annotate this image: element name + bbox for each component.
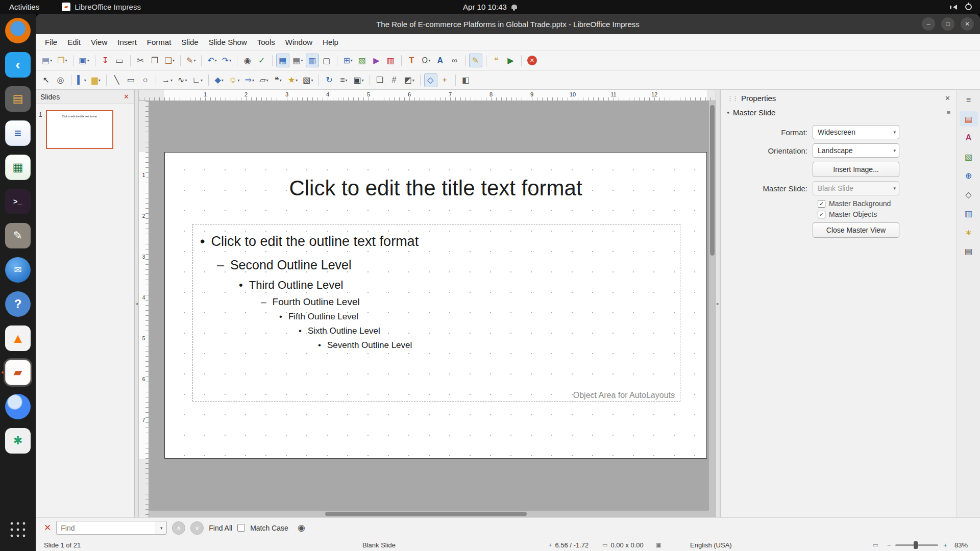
menu-item[interactable]: Window bbox=[280, 36, 317, 48]
menu-item[interactable]: View bbox=[86, 36, 112, 48]
insert-chart-icon[interactable]: ▥ bbox=[384, 54, 398, 67]
line-color-icon[interactable]: ▍ ▾ bbox=[75, 73, 88, 87]
minimize-button[interactable]: – bbox=[922, 17, 935, 31]
vertical-scrollbar-thumb[interactable] bbox=[710, 105, 715, 256]
lines-arrows-icon[interactable]: → ▾ bbox=[160, 73, 175, 87]
focused-app-indicator[interactable]: ▰ LibreOffice Impress bbox=[62, 3, 141, 11]
fit-slide-icon[interactable]: ▭ bbox=[873, 542, 878, 548]
select-icon[interactable]: ↖ bbox=[40, 73, 53, 87]
document-modified-icon[interactable]: ▣ bbox=[656, 542, 661, 548]
zoom-level-label[interactable]: 83% bbox=[954, 538, 968, 551]
impress-icon[interactable]: ▰ bbox=[5, 360, 31, 385]
slides-panel-close-icon[interactable]: ✕ bbox=[124, 93, 129, 101]
orientation-dropdown[interactable]: Landscape ▾ bbox=[813, 143, 899, 158]
vertical-scrollbar[interactable] bbox=[708, 101, 716, 510]
maximize-button[interactable]: □ bbox=[941, 17, 954, 31]
animation-tab-icon[interactable]: ∗ bbox=[960, 224, 978, 240]
gimp-icon[interactable]: ✎ bbox=[5, 223, 31, 248]
language-selector[interactable]: English (USA) bbox=[690, 538, 732, 551]
help-icon[interactable]: ? bbox=[5, 291, 31, 317]
files-icon[interactable]: ▤ bbox=[5, 86, 31, 112]
match-case-checkbox[interactable] bbox=[237, 524, 245, 532]
calc-icon[interactable]: ▦ bbox=[5, 155, 31, 180]
save-icon[interactable]: ▣ ▾ bbox=[77, 54, 91, 67]
curve-icon[interactable]: ∿ ▾ bbox=[176, 73, 189, 87]
edit-points-icon[interactable]: ◇ bbox=[424, 73, 437, 87]
copy-icon[interactable]: ❐ bbox=[149, 54, 162, 67]
master-background-checkbox[interactable]: ✓ bbox=[818, 200, 825, 208]
insert-table-icon[interactable]: ⊞ ▾ bbox=[341, 54, 354, 67]
menu-item[interactable]: Slide Show bbox=[204, 36, 252, 48]
navigator-tab-icon[interactable]: ⊕ bbox=[960, 168, 978, 183]
new-document-icon[interactable]: ▤ ▾ bbox=[40, 54, 54, 67]
paste-icon[interactable]: ❑ ▾ bbox=[163, 54, 177, 67]
chromium-icon[interactable] bbox=[5, 394, 31, 419]
zoom-slider[interactable] bbox=[895, 538, 938, 551]
display-grid-icon[interactable]: ▦ bbox=[276, 54, 289, 67]
open-icon[interactable]: ❒ ▾ bbox=[55, 54, 69, 67]
insert-media-icon[interactable]: ▶ bbox=[370, 54, 383, 67]
draw-functions-icon[interactable]: ✎ bbox=[469, 54, 482, 67]
insert-line-icon[interactable]: ╲ bbox=[110, 73, 124, 87]
basic-shapes-icon[interactable]: ◆ ▾ bbox=[212, 73, 226, 87]
master-slides-tab-icon[interactable]: ▤ bbox=[960, 243, 978, 259]
software-center-icon[interactable]: ✱ bbox=[5, 428, 31, 454]
vlc-icon[interactable]: ▲ bbox=[5, 325, 31, 351]
slide-transition-tab-icon[interactable]: ▥ bbox=[960, 206, 978, 221]
clock-button[interactable]: Apr 10 10:43 bbox=[463, 3, 517, 11]
find-and-replace-icon[interactable]: ◉ bbox=[298, 522, 305, 533]
print-icon[interactable]: ▭ bbox=[113, 54, 127, 67]
menu-item[interactable]: Slide bbox=[176, 36, 203, 48]
spelling-icon[interactable]: ✓ bbox=[255, 54, 268, 67]
outline-text-frame[interactable]: Object Area for AutoLayouts • Click to e… bbox=[192, 224, 680, 402]
firefox-icon[interactable] bbox=[5, 18, 31, 43]
insert-image-button[interactable]: Insert Image... bbox=[813, 162, 899, 177]
format-dropdown[interactable]: Widescreen ▾ bbox=[813, 125, 899, 139]
close-button[interactable]: ✕ bbox=[961, 17, 974, 31]
cut-icon[interactable]: ✂ bbox=[134, 54, 148, 67]
find-all-button[interactable]: Find All bbox=[209, 524, 232, 532]
match-case-label[interactable]: Match Case bbox=[250, 524, 288, 532]
horizontal-scrollbar-thumb[interactable] bbox=[325, 512, 527, 516]
show-applications-button[interactable] bbox=[9, 520, 27, 539]
ellipse-icon[interactable]: ○ bbox=[139, 73, 152, 87]
workspace[interactable]: Click to edit the title text format Obje… bbox=[149, 101, 716, 517]
image-filter-icon[interactable]: ◩ ▾ bbox=[402, 73, 416, 87]
vscode-icon[interactable]: ‹ bbox=[5, 52, 31, 78]
block-arrows-icon[interactable]: ⇒ ▾ bbox=[242, 73, 256, 87]
zoom-slider-thumb[interactable] bbox=[914, 541, 918, 549]
right-panel-splitter[interactable]: ▸ bbox=[716, 90, 720, 517]
master-slide-dropdown[interactable]: Blank Slide ▾ bbox=[813, 181, 899, 195]
flowchart-icon[interactable]: ▱ ▾ bbox=[257, 73, 271, 87]
find-next-button[interactable]: ∨ bbox=[190, 521, 204, 535]
align-objects-icon[interactable]: ≡ ▾ bbox=[337, 73, 350, 87]
properties-close-icon[interactable]: ✕ bbox=[945, 94, 950, 102]
master-slide-page[interactable]: Click to edit the title text format Obje… bbox=[164, 152, 707, 459]
system-tray[interactable] bbox=[953, 4, 980, 10]
menu-item[interactable]: Format bbox=[142, 36, 177, 48]
zoom-out-button[interactable]: − bbox=[887, 538, 891, 551]
shapes-tab-icon[interactable]: ◇ bbox=[960, 187, 978, 202]
menu-item[interactable]: Tools bbox=[252, 36, 280, 48]
shadow-icon[interactable]: ❏ bbox=[374, 73, 387, 87]
vertical-ruler[interactable]: 1234567 bbox=[139, 101, 149, 517]
crop-icon[interactable]: # bbox=[388, 73, 401, 87]
redo-icon[interactable]: ↷ ▾ bbox=[220, 54, 233, 67]
glue-points-icon[interactable]: + bbox=[438, 73, 452, 87]
activities-button[interactable]: Activities bbox=[0, 0, 48, 14]
master-objects-checkbox[interactable]: ✓ bbox=[818, 211, 825, 218]
left-panel-splitter[interactable]: ◂ bbox=[134, 90, 139, 517]
find-history-dropdown-icon[interactable]: ▾ bbox=[156, 521, 167, 535]
menu-item[interactable]: Insert bbox=[112, 36, 142, 48]
display-views-icon[interactable]: ▢ bbox=[320, 54, 333, 67]
symbol-shapes-icon[interactable]: ☺ ▾ bbox=[227, 73, 241, 87]
zoom-in-button[interactable]: + bbox=[943, 538, 947, 551]
callouts-icon[interactable]: ❝ ▾ bbox=[272, 73, 285, 87]
fontwork-icon[interactable]: A bbox=[434, 54, 447, 67]
hyperlink-icon[interactable]: ∞ bbox=[448, 54, 461, 67]
snap-to-grid-icon[interactable]: ▦ ▾ bbox=[290, 54, 305, 67]
horizontal-ruler[interactable]: 123456789101112 bbox=[139, 90, 716, 101]
rotate-icon[interactable]: ↻ bbox=[323, 73, 336, 87]
start-presentation-icon[interactable]: ▶ bbox=[504, 54, 518, 67]
menu-item[interactable]: Help bbox=[317, 36, 344, 48]
